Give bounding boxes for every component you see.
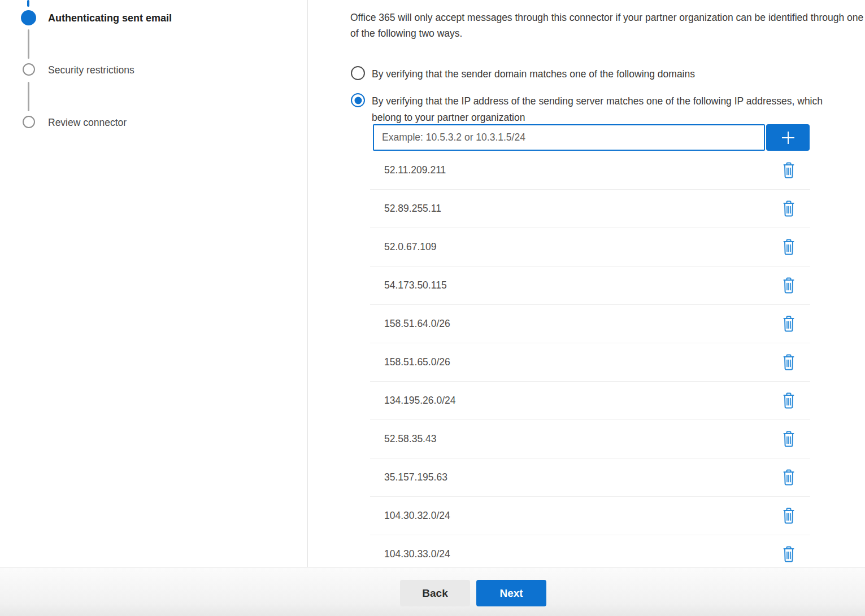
plus-icon [779,129,797,147]
trash-icon [781,238,796,256]
option-verify-ip-address[interactable]: By verifying that the IP address of the … [351,93,832,126]
ip-address-value: 158.51.65.0/26 [384,356,780,368]
connector-wizard-page: Authenticating sent email Security restr… [0,0,865,616]
ip-list-item: 35.157.195.63 [370,458,810,497]
ip-list-item: 104.30.32.0/24 [370,497,810,535]
trash-icon [781,315,796,333]
option-label: By verifying that the sender domain matc… [372,66,695,82]
option-verify-sender-domain[interactable]: By verifying that the sender domain matc… [351,66,695,82]
delete-ip-button[interactable] [780,352,798,373]
ip-address-value: 35.157.195.63 [384,471,780,483]
next-button[interactable]: Next [476,580,546,606]
ip-address-input[interactable] [373,124,765,151]
delete-ip-button[interactable] [780,276,798,296]
delete-ip-button[interactable] [780,199,798,219]
radio-selected-icon[interactable] [351,93,365,107]
option-label: By verifying that the IP address of the … [372,93,832,126]
delete-ip-button[interactable] [780,544,798,565]
wizard-steps-sidebar: Authenticating sent email Security restr… [0,0,308,567]
step-content: Office 365 will only accept messages thr… [308,0,865,567]
delete-ip-button[interactable] [780,314,798,334]
ip-address-value: 104.30.32.0/24 [384,510,780,522]
trash-icon [781,507,796,525]
trash-icon [781,430,796,448]
ip-list-item: 158.51.64.0/26 [370,305,810,343]
stepper-rail-completed [27,0,29,7]
ip-list-item: 54.173.50.115 [370,267,810,305]
delete-ip-button[interactable] [780,391,798,411]
ip-address-value: 104.30.33.0/24 [384,548,780,560]
trash-icon [781,200,796,218]
step-circle-icon [23,63,35,76]
ip-list-item: 52.89.255.11 [370,190,810,228]
trash-icon [781,392,796,410]
ip-list-item: 158.51.65.0/26 [370,343,810,382]
ip-address-value: 158.51.64.0/26 [384,318,780,330]
ip-address-value: 52.11.209.211 [384,164,780,176]
back-button[interactable]: Back [400,580,470,606]
radio-unselected-icon[interactable] [351,66,365,80]
delete-ip-button[interactable] [780,237,798,257]
trash-icon [781,277,796,295]
step-authenticating-sent-email: Authenticating sent email [48,11,172,25]
delete-ip-button[interactable] [780,468,798,488]
ip-address-value: 52.58.35.43 [384,433,780,445]
intro-text: Office 365 will only accept messages thr… [350,10,865,41]
trash-icon [781,353,796,372]
ip-list-item: 52.58.35.43 [370,420,810,458]
ip-address-value: 54.173.50.115 [384,279,780,291]
ip-address-value: 52.0.67.109 [384,241,780,253]
ip-entry-row [373,124,810,151]
stepper-rail [28,29,29,59]
ip-list-item: 134.195.26.0/24 [370,382,810,420]
delete-ip-button[interactable] [780,429,798,449]
trash-icon [781,469,796,487]
step-review-connector: Review connector [48,115,127,130]
stepper-rail [28,82,29,111]
delete-ip-button[interactable] [780,160,798,181]
trash-icon [781,161,796,180]
ip-list-item: 52.0.67.109 [370,228,810,267]
delete-ip-button[interactable] [780,506,798,526]
step-security-restrictions: Security restrictions [48,63,134,77]
trash-icon [781,545,796,563]
ip-list: 52.11.209.211 52.89.255.11 [370,151,810,567]
ip-address-value: 134.195.26.0/24 [384,395,780,407]
wizard-footer: Back Next [0,567,865,616]
ip-list-item: 104.30.33.0/24 [370,535,810,567]
ip-address-value: 52.89.255.11 [384,203,780,215]
ip-list-item: 52.11.209.211 [370,151,810,190]
step-circle-icon [23,116,35,128]
add-ip-button[interactable] [766,124,810,151]
step-current-dot [21,10,36,25]
